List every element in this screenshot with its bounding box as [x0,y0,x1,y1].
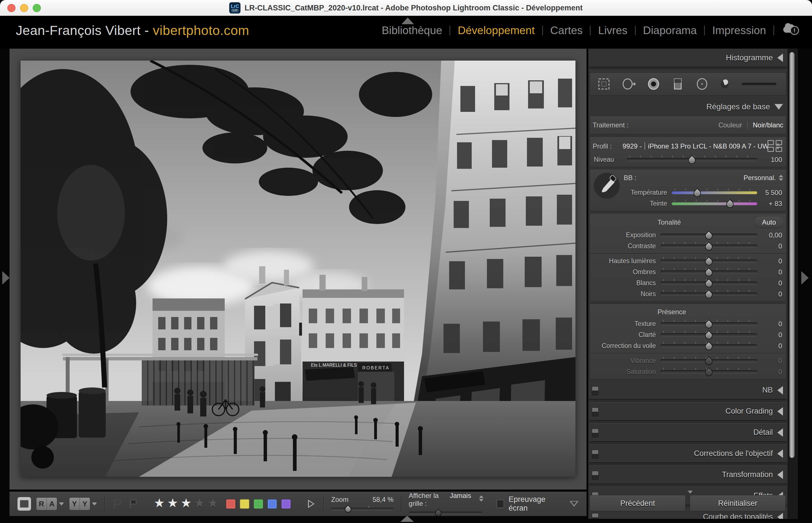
slider-value: 0 [757,242,783,250]
module-tab-impression[interactable]: Impression [712,24,766,37]
reference-view-dropdown-icon[interactable] [59,502,64,506]
hautes-lumieres-slider[interactable] [660,257,757,266]
treatment-option-couleur[interactable]: Couleur [718,121,742,129]
filmstrip-reveal-arrow-icon[interactable] [400,516,414,522]
panel-header-detail[interactable]: Détail [588,423,788,441]
zoom-control: Zoom 58,4 % [331,496,393,512]
right-panel-collapse-arrow-icon[interactable] [801,271,809,285]
zoom-slider[interactable] [331,506,393,512]
grid-updown-icon[interactable] [479,495,483,502]
reset-button[interactable]: Réinitialiser [690,495,786,511]
module-tab-livres[interactable]: Livres [598,24,627,37]
right-panel-scroll: Histogramme [588,49,788,519]
panel-divider [589,67,787,70]
color-label-5[interactable] [281,499,291,509]
zoom-button[interactable] [33,4,41,12]
saturation-slider[interactable] [660,368,757,376]
star-icon-3[interactable]: ★ [180,496,194,510]
basic-panel-header[interactable]: Réglages de base [588,98,788,116]
before-after-view-button[interactable]: Y Y [69,497,90,510]
white-balance-eyedropper[interactable] [594,173,620,199]
panel-header-color-grading[interactable]: Color Grading [588,402,788,420]
exposition-slider[interactable] [660,231,757,239]
module-tab-diaporama[interactable]: Diaporama [643,24,697,37]
color-label-2[interactable] [240,499,249,509]
exposition-slider-thumb[interactable] [704,231,714,241]
module-tab-cartes[interactable]: Cartes [550,24,583,37]
temperature-label: Température [624,189,672,196]
treatment-option-noir-blanc[interactable]: Noir/blanc [753,121,783,129]
star-icon-2[interactable]: ★ [167,496,180,510]
brush-icon[interactable] [719,77,732,91]
vibrance-slider[interactable] [660,357,757,365]
star-icon-4[interactable]: ★ [194,496,207,510]
photo-canvas[interactable]: Ets L.MARELLI & FILS ROBERTA [21,60,576,477]
noirs-slider[interactable] [660,290,757,299]
remove-icon[interactable] [621,77,637,91]
close-button[interactable] [7,4,16,12]
right-panel-scrollbar[interactable] [790,52,795,458]
amount-value: 100 [757,156,783,164]
grid-size-slider[interactable] [409,510,482,516]
zoom-slider-thumb[interactable] [344,505,353,514]
color-label-3[interactable] [253,499,263,509]
profile-value[interactable]: 9929 -iPhone 13 Pro LrCL - N&B 009 A 7 -… [622,142,769,150]
blancs-slider[interactable] [660,279,757,287]
slider-saturation: Saturation0 [593,366,783,377]
app-icon-subtext: CAT [231,9,238,12]
minimize-button[interactable] [20,4,28,12]
toolbar-options-icon[interactable] [569,501,579,507]
panel-divider [589,441,787,445]
wb-value[interactable]: Personnal. [743,174,783,182]
correction-du-voile-slider[interactable] [660,342,757,350]
panel-header-transformation[interactable]: Transformation [588,466,788,484]
ombres-slider[interactable] [660,268,757,276]
slider-label: Noirs [593,290,660,298]
star-rating[interactable]: ★★★★★ [154,497,220,509]
sync-alert-icon: ! [790,26,799,35]
module-tab-bibliotheque[interactable]: Bibliothèque [382,24,442,37]
graduated-filter-icon[interactable] [670,77,685,91]
previous-button[interactable]: Précédent [589,495,686,511]
left-panel-reveal-arrow-icon[interactable] [2,271,10,285]
auto-tone-button[interactable]: Auto [755,217,783,228]
amount-slider[interactable] [626,156,757,164]
clarte-slider[interactable] [660,331,757,339]
pick-flag-icon[interactable] [112,499,123,509]
contraste-slider[interactable] [660,242,757,251]
color-label-1[interactable] [226,499,236,509]
identity-plate[interactable]: Jean-François Vibert - vibertphoto.com [16,22,249,38]
panel-enable-switch-icon[interactable] [592,386,599,395]
module-tab-developpement[interactable]: Développement [458,24,534,37]
crop-icon[interactable] [597,77,611,91]
panel-header-nb[interactable]: NB [588,381,788,399]
star-icon-5[interactable]: ★ [207,496,220,510]
tint-slider[interactable] [672,199,757,208]
color-label-4[interactable] [267,499,277,509]
reject-flag-icon[interactable] [128,499,139,509]
temperature-slider[interactable] [672,188,757,197]
panel-enable-switch-icon[interactable] [592,513,599,519]
panel-enable-switch-icon[interactable] [592,450,599,459]
red-eye-icon[interactable] [646,77,661,91]
panel-enable-switch-icon[interactable] [592,429,599,438]
profile-browser-icon[interactable] [767,140,782,152]
panel-header-corrections-de-l-objectif[interactable]: Corrections de l'objectif [588,445,788,463]
before-after-dropdown-icon[interactable] [92,502,97,506]
histogram-panel-header[interactable]: Histogramme [588,49,788,67]
reference-view-button[interactable]: R A [36,497,57,510]
panel-enable-switch-icon[interactable] [592,408,599,416]
slideshow-play-icon[interactable] [306,498,316,510]
texture-slider[interactable] [660,320,757,328]
star-icon-1[interactable]: ★ [154,496,167,510]
soft-proofing-checkbox[interactable] [496,500,504,508]
ref-cell-r: R [36,498,47,510]
grid-value[interactable]: Jamais [450,492,471,500]
panel-enable-switch-icon[interactable] [592,471,599,480]
grid-slider-thumb[interactable] [434,509,443,518]
loupe-view-button[interactable] [17,497,31,510]
slider-niveau: Niveau 100 [593,154,783,165]
sync-status-button[interactable]: ! [781,24,799,37]
radial-filter-icon[interactable] [695,77,709,91]
top-panel-reveal-arrow-icon[interactable] [402,17,414,24]
